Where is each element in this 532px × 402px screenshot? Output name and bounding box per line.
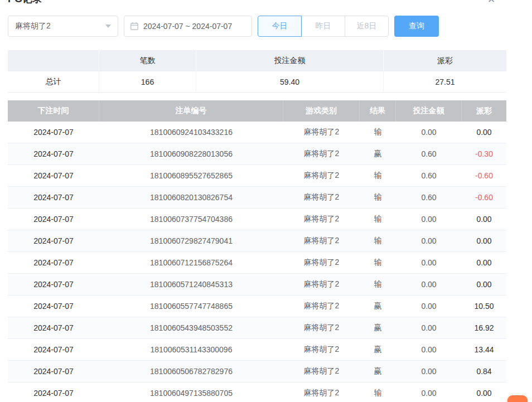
cell-bet-time: 2024-07-07	[8, 165, 99, 186]
table-row: 2024-07-07 1810060557747748865 麻将胡了2 赢 0…	[8, 296, 506, 317]
cell-result: 赢	[360, 296, 396, 317]
summary-total-count: 166	[99, 71, 196, 93]
cell-payout: 16.92	[462, 317, 506, 338]
cell-result: 输	[360, 165, 396, 186]
cell-bet-time: 2024-07-07	[8, 317, 99, 338]
cell-bet-id: 1810060497135880705	[99, 382, 283, 402]
cell-result: 输	[360, 209, 396, 230]
header-bet-time: 下注时间	[8, 100, 99, 122]
header-bet-amount: 投注金额	[396, 100, 462, 122]
table-row: 2024-07-07 1810060729827479041 麻将胡了2 输 0…	[8, 230, 506, 252]
game-select-value: 麻将胡了2	[15, 21, 51, 31]
summary-header-payout: 派彩	[384, 50, 506, 71]
cell-bet-id: 1810060557747748865	[99, 296, 283, 317]
table-row: 2024-07-07 1810060895527652865 麻将胡了2 输 0…	[8, 165, 506, 187]
bet-table: 下注时间 注单编号 游戏类别 结果 投注金额 派彩 2024-07-07 181…	[8, 100, 506, 402]
customer-service-icon[interactable]	[507, 395, 528, 402]
cell-bet-id: 1810060531143300096	[99, 339, 283, 360]
cell-game-type: 麻将胡了2	[283, 274, 360, 295]
cell-result: 输	[360, 274, 396, 295]
cell-game-type: 麻将胡了2	[283, 230, 360, 251]
cell-bet-time: 2024-07-07	[8, 274, 99, 295]
cell-bet-amount: 0.00	[396, 296, 462, 317]
cell-result: 输	[360, 122, 396, 143]
cell-bet-amount: 0.00	[396, 209, 462, 230]
cell-result: 赢	[360, 339, 396, 360]
cell-bet-amount: 0.00	[396, 252, 462, 273]
header-game-type: 游戏类别	[283, 100, 360, 122]
today-button[interactable]: 今日	[258, 16, 302, 37]
cell-game-type: 麻将胡了2	[283, 165, 360, 186]
cell-payout: 0.00	[462, 122, 506, 143]
cell-bet-time: 2024-07-07	[8, 143, 99, 164]
cell-bet-amount: 0.60	[396, 187, 462, 208]
cell-game-type: 麻将胡了2	[283, 317, 360, 338]
table-row: 2024-07-07 1810060506782782976 麻将胡了2 赢 0…	[8, 361, 506, 382]
summary-total-amount: 59.40	[196, 71, 384, 93]
table-row: 2024-07-07 1810060908228013056 麻将胡了2 赢 0…	[8, 143, 506, 165]
cell-payout: 0.00	[462, 382, 506, 402]
cell-bet-time: 2024-07-07	[8, 209, 99, 230]
cell-bet-id: 1810060895527652865	[99, 165, 283, 186]
cell-result: 输	[360, 382, 396, 402]
cell-bet-time: 2024-07-07	[8, 296, 99, 317]
yesterday-button[interactable]: 昨日	[301, 16, 345, 37]
table-row: 2024-07-07 1810060571240845313 麻将胡了2 输 0…	[8, 274, 506, 296]
cell-game-type: 麻将胡了2	[283, 187, 360, 208]
last-8-days-button[interactable]: 近8日	[345, 16, 389, 37]
cell-bet-id: 1810060820130826754	[99, 187, 283, 208]
cell-bet-id: 1810060924103433216	[99, 122, 283, 143]
close-icon[interactable]: ✕	[487, 0, 495, 5]
summary-total-row: 总计 166 59.40 27.51	[8, 71, 506, 93]
cell-bet-id: 1810060908228013056	[99, 143, 283, 164]
summary-total-label: 总计	[8, 71, 99, 93]
cell-bet-time: 2024-07-07	[8, 382, 99, 402]
cell-bet-id: 1810060729827479041	[99, 230, 283, 251]
table-row: 2024-07-07 1810060543948503552 麻将胡了2 赢 0…	[8, 317, 506, 339]
cell-game-type: 麻将胡了2	[283, 382, 360, 402]
cell-bet-amount: 0.00	[396, 382, 462, 402]
cell-payout: 0.00	[462, 209, 506, 230]
cell-bet-id: 1810060712156875264	[99, 252, 283, 273]
cell-bet-amount: 0.00	[396, 274, 462, 295]
cell-payout: 13.44	[462, 339, 506, 360]
cell-bet-time: 2024-07-07	[8, 339, 99, 360]
summary-total-payout: 27.51	[384, 71, 506, 93]
filter-bar: 麻将胡了2 2024-07-07 ~ 2024-07-07 今日昨日近8日 查询	[8, 16, 439, 37]
dialog-title: PG记录	[8, 0, 42, 4]
table-row: 2024-07-07 1810060820130826754 麻将胡了2 输 0…	[8, 187, 506, 209]
header-bet-id: 注单编号	[99, 100, 283, 122]
query-button[interactable]: 查询	[394, 16, 439, 37]
game-select[interactable]: 麻将胡了2	[8, 16, 118, 37]
cell-bet-amount: 0.60	[396, 165, 462, 186]
cell-payout: 10.50	[462, 296, 506, 317]
cell-bet-amount: 0.00	[396, 339, 462, 360]
table-row: 2024-07-07 1810060712156875264 麻将胡了2 输 0…	[8, 252, 506, 274]
cell-bet-amount: 0.00	[396, 230, 462, 251]
cell-bet-id: 1810060506782782976	[99, 361, 283, 382]
cell-result: 赢	[360, 143, 396, 164]
table-row: 2024-07-07 1810060531143300096 麻将胡了2 赢 0…	[8, 339, 506, 361]
cell-game-type: 麻将胡了2	[283, 122, 360, 143]
cell-payout: -0.60	[462, 187, 506, 208]
table-row: 2024-07-07 1810060924103433216 麻将胡了2 输 0…	[8, 122, 506, 143]
calendar-icon	[130, 22, 139, 31]
cell-payout: -0.60	[462, 165, 506, 186]
cell-result: 赢	[360, 361, 396, 382]
header-payout: 派彩	[462, 100, 506, 122]
cell-game-type: 麻将胡了2	[283, 143, 360, 164]
cell-result: 赢	[360, 317, 396, 338]
bet-table-header-row: 下注时间 注单编号 游戏类别 结果 投注金额 派彩	[8, 100, 506, 122]
table-row: 2024-07-07 1810060497135880705 麻将胡了2 输 0…	[8, 382, 506, 402]
cell-payout: 0.84	[462, 361, 506, 382]
cell-bet-amount: 0.00	[396, 317, 462, 338]
cell-game-type: 麻将胡了2	[283, 339, 360, 360]
cell-game-type: 麻将胡了2	[283, 252, 360, 273]
date-range-picker[interactable]: 2024-07-07 ~ 2024-07-07	[124, 16, 252, 37]
date-range-value: 2024-07-07 ~ 2024-07-07	[143, 22, 232, 31]
summary-table: 笔数 投注金额 派彩 总计 166 59.40 27.51	[8, 50, 506, 93]
cell-bet-time: 2024-07-07	[8, 187, 99, 208]
cell-bet-amount: 0.00	[396, 122, 462, 143]
cell-game-type: 麻将胡了2	[283, 296, 360, 317]
cell-bet-time: 2024-07-07	[8, 122, 99, 143]
